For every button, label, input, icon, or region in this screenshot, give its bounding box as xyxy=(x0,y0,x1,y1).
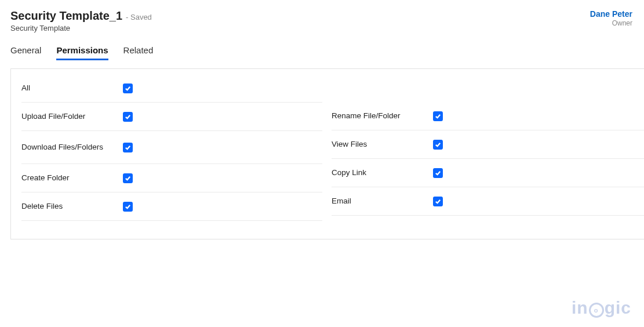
check-icon xyxy=(125,175,131,181)
check-icon xyxy=(435,170,441,176)
check-icon xyxy=(125,85,131,92)
page-title: Security Template_1 xyxy=(10,9,122,23)
perm-checkbox-delete[interactable] xyxy=(123,202,132,211)
perm-row-all: All xyxy=(21,74,322,103)
tab-related[interactable]: Related xyxy=(123,45,154,60)
perm-label-download: Download Files/Folders xyxy=(21,139,123,156)
owner-block[interactable]: Dane Peter Owner xyxy=(590,9,634,27)
saved-state: - Saved xyxy=(126,13,152,21)
perm-row-email: Email xyxy=(332,187,644,216)
perm-checkbox-rename[interactable] xyxy=(434,112,442,121)
header: Security Template_1 - Saved Security Tem… xyxy=(0,0,644,35)
check-icon xyxy=(125,204,131,210)
check-icon xyxy=(125,114,131,120)
tab-general[interactable]: General xyxy=(10,45,41,60)
perm-checkbox-email[interactable] xyxy=(434,197,442,206)
check-icon xyxy=(435,141,441,148)
perm-label-delete: Delete Files xyxy=(21,198,123,215)
page-subtitle: Security Template xyxy=(10,24,152,32)
tab-permissions[interactable]: Permissions xyxy=(56,45,108,60)
perm-checkbox-all[interactable] xyxy=(123,84,132,93)
perm-label-email: Email xyxy=(332,192,434,210)
watermark-o-icon: o xyxy=(589,303,604,318)
title-block: Security Template_1 - Saved Security Tem… xyxy=(10,9,152,32)
perm-label-copylink: Copy Link xyxy=(332,164,434,181)
tabs: General Permissions Related xyxy=(0,35,644,60)
title-line: Security Template_1 - Saved xyxy=(10,9,152,23)
check-icon xyxy=(435,198,441,205)
perm-row-view: View Files xyxy=(332,130,644,159)
perm-row-delete: Delete Files xyxy=(21,192,322,221)
perm-label-upload: Upload File/Folder xyxy=(21,108,123,125)
owner-name[interactable]: Dane Peter xyxy=(590,9,632,19)
perm-checkbox-create[interactable] xyxy=(123,174,132,183)
permissions-col-right: Rename File/Folder View Files Copy Link … xyxy=(332,74,644,239)
owner-role: Owner xyxy=(590,19,632,27)
perm-row-copylink: Copy Link xyxy=(332,159,644,187)
spacer xyxy=(332,74,644,102)
check-icon xyxy=(125,144,131,151)
perm-row-upload: Upload File/Folder xyxy=(21,103,322,131)
watermark-part1: in xyxy=(572,298,588,318)
perm-checkbox-view[interactable] xyxy=(434,140,442,149)
check-icon xyxy=(435,113,441,119)
perm-row-create: Create Folder xyxy=(21,164,322,192)
perm-checkbox-upload[interactable] xyxy=(123,112,132,121)
perm-row-rename: Rename File/Folder xyxy=(332,102,644,130)
watermark-part2: gic xyxy=(605,298,631,318)
perm-checkbox-copylink[interactable] xyxy=(434,169,442,177)
perm-label-rename: Rename File/Folder xyxy=(332,107,434,125)
perm-label-all: All xyxy=(21,79,123,97)
perm-label-view: View Files xyxy=(332,136,434,153)
permissions-panel: All Upload File/Folder Download Files/Fo… xyxy=(10,68,644,239)
perm-checkbox-download[interactable] xyxy=(123,143,132,152)
perm-row-download: Download Files/Folders xyxy=(21,131,322,164)
permissions-col-left: All Upload File/Folder Download Files/Fo… xyxy=(11,74,322,239)
watermark-logo: inogic xyxy=(572,298,631,318)
perm-label-create: Create Folder xyxy=(21,169,123,187)
